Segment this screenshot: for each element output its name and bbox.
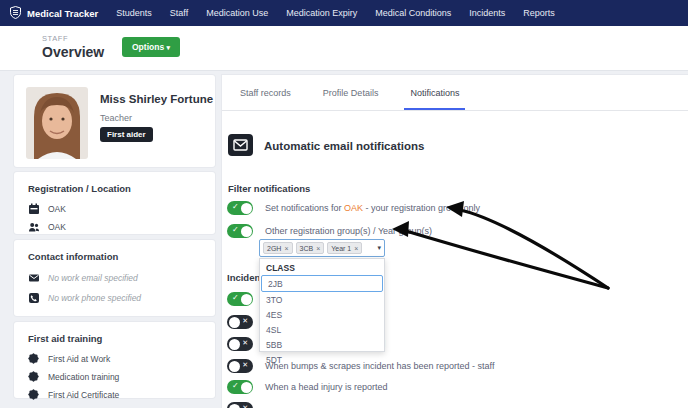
registration-group-row: OAK — [28, 203, 201, 215]
cross-icon: ✕ — [242, 317, 248, 325]
toggle-knob — [241, 203, 252, 214]
first-aid-badge-icon — [28, 371, 40, 383]
chevron-down-icon: ▾ — [166, 44, 170, 51]
dropdown-option-2jb[interactable]: 2JB — [261, 275, 383, 292]
dropdown-option-4es[interactable]: 4ES — [260, 307, 384, 322]
dropdown-option-3to[interactable]: 3TO — [260, 292, 384, 307]
registration-group-label: OAK — [48, 204, 66, 214]
dropdown-group-label: CLASS — [260, 259, 384, 275]
dropdown-option-5dt[interactable]: 5DT — [260, 352, 384, 367]
shield-logo-icon — [10, 6, 21, 21]
incident-toggle-2[interactable]: ✕ — [227, 315, 253, 329]
group-icon — [28, 221, 40, 233]
contact-heading: Contact information — [28, 251, 201, 262]
incident-toggle-row: ✕ — [227, 402, 265, 408]
cross-icon: ✕ — [242, 339, 248, 347]
tab-notifications[interactable]: Notifications — [410, 75, 459, 110]
oak-toggle-label: Set notifications for OAK - your registr… — [265, 203, 480, 213]
incident-toggle-row: ✓ When a head injury is reported — [227, 380, 388, 394]
nav-item-staff[interactable]: Staff — [170, 8, 188, 18]
selected-tag: 3CB× — [296, 242, 325, 254]
first-aid-badge-icon — [28, 389, 40, 401]
top-navbar: Medical Tracker Students Staff Medicatio… — [0, 0, 688, 26]
staff-role: Teacher — [100, 113, 132, 123]
filter-notifications-heading: Filter notifications — [228, 183, 310, 194]
work-phone-value: No work phone specified — [48, 293, 141, 303]
email-notifications-icon — [228, 134, 253, 156]
oak-highlight: OAK — [344, 203, 363, 213]
calendar-icon — [28, 203, 40, 215]
phone-icon — [28, 292, 40, 304]
nav-item-incidents[interactable]: Incidents — [469, 8, 505, 18]
staff-name: Miss Shirley Fortune — [100, 93, 213, 105]
selected-tag: 2GH× — [263, 242, 293, 254]
registration-card: Registration / Location OAK OAK — [14, 172, 215, 234]
check-icon: ✓ — [232, 225, 239, 234]
work-email-value: No work email specified — [48, 273, 138, 283]
tab-profile-details[interactable]: Profile Details — [323, 75, 379, 110]
email-icon — [28, 272, 40, 284]
other-groups-toggle[interactable]: ✓ — [227, 224, 253, 238]
cross-icon: ✕ — [242, 361, 248, 369]
section-title: Automatic email notifications — [264, 140, 424, 152]
toggle-knob — [241, 382, 252, 393]
section-eyebrow: STAFF — [42, 34, 68, 43]
incident-toggle-3[interactable]: ✕ — [227, 337, 253, 351]
contact-card: Contact information No work email specif… — [14, 240, 215, 316]
remove-tag-icon[interactable]: × — [316, 245, 320, 252]
training-item: Medication training — [28, 371, 201, 383]
check-icon: ✓ — [232, 293, 239, 302]
training-item: First Aid at Work — [28, 353, 201, 365]
oak-notifications-toggle[interactable]: ✓ — [227, 201, 253, 215]
check-icon: ✓ — [232, 381, 239, 390]
incident-toggle-4[interactable]: ✕ — [227, 359, 253, 373]
toggle-knob — [229, 361, 240, 372]
app-window: Medical Tracker Students Staff Medicatio… — [0, 0, 688, 408]
profile-card: Miss Shirley Fortune Teacher First aider — [14, 75, 215, 167]
toggle-knob — [229, 404, 240, 408]
training-card: First aid training First Aid at Work Med… — [14, 322, 215, 398]
incident-toggle-1[interactable]: ✓ — [227, 292, 253, 306]
brand[interactable]: Medical Tracker — [10, 6, 98, 21]
incident-toggle-6[interactable]: ✕ — [227, 402, 253, 408]
tab-bar: Staff records Profile Details Notificati… — [222, 75, 688, 111]
class-dropdown-menu: CLASS 2JB 3TO 4ES 4SL 5BB 5DT — [259, 258, 385, 352]
remove-tag-icon[interactable]: × — [284, 245, 288, 252]
brand-label: Medical Tracker — [27, 8, 98, 19]
dropdown-option-5bb[interactable]: 5BB — [260, 337, 384, 352]
training-item-label: First Aid Certificate — [48, 390, 119, 400]
filter-toggle-row-other-groups: ✓ Other registration group(s) / Year gro… — [227, 224, 432, 238]
check-icon: ✓ — [232, 202, 239, 211]
dropdown-option-4sl[interactable]: 4SL — [260, 322, 384, 337]
location-label: OAK — [48, 222, 66, 232]
page-header: STAFF Overview Options ▾ — [0, 26, 688, 71]
location-row: OAK — [28, 221, 201, 233]
nav-item-reports[interactable]: Reports — [523, 8, 555, 18]
incident-toggle-5[interactable]: ✓ — [227, 380, 253, 394]
training-item-label: First Aid at Work — [48, 354, 110, 364]
group-multiselect-input[interactable]: 2GH× 3CB× Year 1× ▾ — [259, 239, 385, 257]
tab-staff-records[interactable]: Staff records — [240, 75, 291, 110]
toggle-knob — [241, 294, 252, 305]
dropdown-caret-icon[interactable]: ▾ — [377, 244, 381, 252]
first-aid-badge-icon — [28, 353, 40, 365]
nav-item-medical-conditions[interactable]: Medical Conditions — [375, 8, 451, 18]
nav-item-medication-expiry[interactable]: Medication Expiry — [286, 8, 357, 18]
avatar — [26, 87, 88, 159]
training-item: First Aid Certificate — [28, 389, 201, 401]
toggle-knob — [241, 226, 252, 237]
remove-tag-icon[interactable]: × — [354, 245, 358, 252]
toggle-knob — [229, 339, 240, 350]
nav-item-medication-use[interactable]: Medication Use — [206, 8, 268, 18]
incident-toggle-label: When a head injury is reported — [265, 382, 388, 392]
selected-tag: Year 1× — [327, 242, 362, 254]
training-heading: First aid training — [28, 333, 201, 344]
registration-heading: Registration / Location — [28, 183, 201, 194]
training-item-label: Medication training — [48, 372, 119, 382]
other-groups-toggle-label: Other registration group(s) / Year group… — [265, 226, 432, 236]
options-button[interactable]: Options ▾ — [122, 37, 180, 57]
toggle-knob — [229, 317, 240, 328]
first-aider-badge: First aider — [100, 127, 153, 142]
work-email-row: No work email specified — [28, 272, 201, 284]
nav-item-students[interactable]: Students — [116, 8, 152, 18]
